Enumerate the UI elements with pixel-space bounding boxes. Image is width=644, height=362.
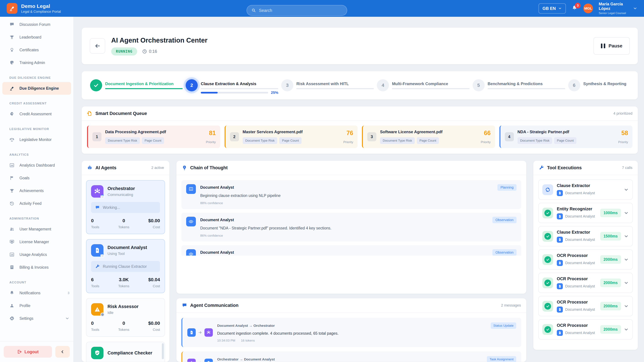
agent-status-dot <box>100 195 104 199</box>
tool-item[interactable]: OCR Processor Document Analyst 2000ms <box>538 296 633 316</box>
step-connector <box>105 88 183 89</box>
agents-list: Orchestrator Communicating Working... 0T… <box>82 175 170 362</box>
language-selector[interactable]: GB EN <box>538 3 566 13</box>
orchestrator-hub-icon <box>91 185 104 198</box>
sidebar-item-discussion-forum[interactable]: Discussion Forum <box>0 18 74 31</box>
sidebar-item-activity-feed[interactable]: Activity Feed <box>0 197 74 210</box>
step-5-number: 5 <box>472 79 485 91</box>
sidebar-item-billing-invoices[interactable]: Billing & Invoices <box>0 261 74 274</box>
document-analyst-chip-icon <box>557 213 563 219</box>
gear-icon <box>10 316 14 321</box>
agent-card-compliance-checker: Compliance Checker <box>86 342 165 362</box>
logout-button[interactable]: Logout <box>4 346 52 358</box>
chevron-down-icon[interactable] <box>624 304 629 309</box>
sidebar-item-usage-analytics[interactable]: Usage Analytics <box>0 248 74 261</box>
sidebar-item-achievements[interactable]: Achievements <box>0 184 74 197</box>
queue-card[interactable]: 2 Master Services Agreement.pdf Document… <box>224 125 358 148</box>
sidebar-item-notifications[interactable]: Notifications 3 <box>0 287 74 299</box>
notifications-button[interactable]: 3 <box>572 5 578 12</box>
sidebar-item-label: Goals <box>20 176 30 180</box>
sidebar-item-legislative-monitor[interactable]: Legislative Monitor <box>0 133 74 146</box>
page-title: AI Agent Orchestration Center <box>111 36 208 44</box>
sidebar-item-user-management[interactable]: User Management <box>0 223 74 236</box>
step-2-progress: 25% <box>201 90 278 95</box>
step-4[interactable]: 4 Multi-Framework Compliance <box>377 79 472 91</box>
step-5[interactable]: 5 Benchmarking & Predictions <box>472 79 568 91</box>
orchestrator-icon <box>204 328 213 337</box>
sidebar-item-profile[interactable]: Profile <box>0 299 74 312</box>
sidebar-item-leaderboard[interactable]: Leaderboard <box>0 31 74 43</box>
step-1-label[interactable]: Document Ingestion & Prioritization <box>105 81 183 86</box>
sidebar-item-analytics-dashboard[interactable]: Analytics Dashboard <box>0 159 74 172</box>
priority-label: Priority <box>618 140 628 144</box>
agent-status-dot <box>100 313 104 317</box>
step-connector <box>392 88 470 89</box>
chevron-down-icon[interactable] <box>624 280 629 285</box>
ai-agents-panel: AI Agents 2 active Orchestrator Communic… <box>82 161 170 362</box>
queue-card[interactable]: 4 NDA - Strategic Partner.pdf Document T… <box>500 125 632 148</box>
gavel-icon <box>10 86 14 91</box>
tool-item[interactable]: OCR Processor Document Analyst 2000ms <box>538 319 633 340</box>
queue-rank: 3 <box>367 132 376 141</box>
step-3[interactable]: 3 Risk Assessment with HITL <box>281 79 377 91</box>
queue-card[interactable]: 3 Software License Agreement.pdf Documen… <box>362 125 495 148</box>
tool-item[interactable]: OCR Processor Document Analyst 2000ms <box>538 249 633 270</box>
receipt-icon <box>10 265 14 270</box>
chevron-down-icon[interactable] <box>624 257 629 262</box>
avatar[interactable]: MGL <box>583 3 593 13</box>
lightbulb-icon <box>182 165 187 170</box>
back-button[interactable] <box>90 38 105 54</box>
step-6[interactable]: 6 Synthesis & Reporting <box>568 79 630 91</box>
queue-rank: 4 <box>505 132 514 141</box>
message-list: Document Analyst → Orchestrator Status U… <box>176 313 526 362</box>
book-icon <box>186 184 196 194</box>
search-icon <box>252 8 256 13</box>
chevron-down-icon[interactable] <box>624 234 629 239</box>
tool-item[interactable]: Clause Extractor Document Analyst <box>538 179 633 200</box>
tool-item[interactable]: Entity Recognizer Document Analyst 1000m… <box>538 203 633 223</box>
sidebar-section-due-diligence: DUE DILIGENCE ENGINE <box>0 69 74 82</box>
pause-button[interactable]: Pause <box>594 37 630 55</box>
brand: Demo Legal Legal & Compliance Portal <box>7 3 61 14</box>
chevron-down-icon[interactable] <box>624 211 629 216</box>
document-analyst-chip-icon <box>557 307 563 313</box>
sidebar-item-license-manager[interactable]: License Manager <box>0 236 74 248</box>
sidebar-item-label: Training Admin <box>20 60 45 65</box>
step-1[interactable]: Document Ingestion & Prioritization <box>90 79 186 91</box>
chevron-down-icon[interactable] <box>624 187 629 192</box>
bell-icon <box>10 291 14 296</box>
search-input[interactable] <box>259 8 342 13</box>
sidebar-item-credit-assessment[interactable]: Credit Assessment <box>0 108 74 120</box>
tool-duration-badge: 2000ms <box>600 302 621 310</box>
tool-duration-badge: 2000ms <box>600 325 621 334</box>
tag-document-type-risk: Document Type Risk <box>243 137 278 144</box>
tool-name: OCR Processor <box>557 276 595 281</box>
user-menu-chevron-icon[interactable] <box>633 6 637 10</box>
agent-state: Communicating <box>108 193 135 197</box>
tool-item[interactable]: OCR Processor Document Analyst 2000ms <box>538 273 633 293</box>
queue-cards-row: 1 Data Processing Agreement.pdf Document… <box>82 121 638 148</box>
chevron-down-icon[interactable] <box>624 327 629 332</box>
sidebar-item-label: Activity Feed <box>20 201 42 206</box>
queue-title: Smart Document Queue <box>96 111 147 116</box>
agents-scrollbar[interactable] <box>162 343 164 359</box>
sidebar-item-certificates[interactable]: Certificates <box>0 43 74 56</box>
orchestrator-icon <box>187 359 196 362</box>
sidebar-item-label: Notifications <box>20 291 40 295</box>
tool-item[interactable]: Clause Extractor Document Analyst 1500ms <box>538 226 633 246</box>
user-menu[interactable]: María García López Senior Legal Counsel <box>599 2 627 15</box>
trophy-icon <box>10 188 14 193</box>
sidebar-item-due-diligence-engine[interactable]: Due Diligence Engine <box>2 82 71 95</box>
search-bar[interactable] <box>246 5 347 16</box>
sidebar-item-settings[interactable]: Settings <box>0 312 74 325</box>
step-2[interactable]: 2 Clause Extraction & Analysis 25% <box>186 79 281 91</box>
sidebar-item-goals[interactable]: Goals <box>0 172 74 184</box>
sidebar-collapse-button[interactable] <box>55 346 70 358</box>
logout-icon <box>17 350 22 354</box>
eye-icon <box>186 249 196 256</box>
elapsed-value: 0:16 <box>149 49 157 54</box>
sync-icon <box>542 184 553 195</box>
sidebar-item-training-admin[interactable]: Training Admin <box>0 56 74 69</box>
queue-card[interactable]: 1 Data Processing Agreement.pdf Document… <box>87 125 220 148</box>
priority-label: Priority <box>343 140 353 144</box>
